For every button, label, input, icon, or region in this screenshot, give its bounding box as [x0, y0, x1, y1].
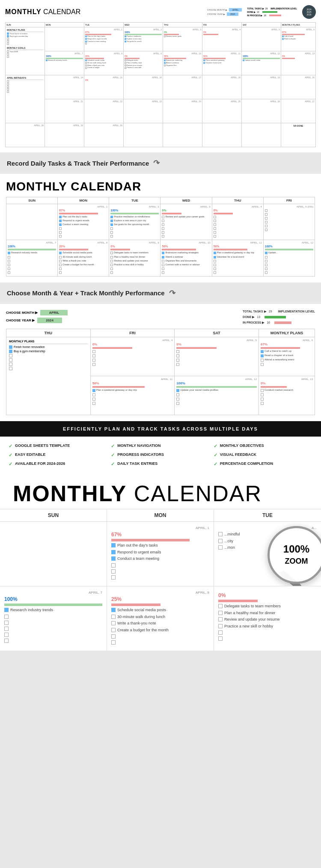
year-badge: 2024 2025 2026 [302, 5, 316, 19]
table-row [124, 123, 163, 147]
table-row: APRIL, 12 100% Update your social media … [175, 376, 259, 415]
table-row: APRIL, 2 100% Practice meditation or min… [109, 204, 160, 240]
month-value[interactable]: APRIL [40, 310, 68, 315]
table-row: APRIL, 2 100% Practice meditation Explor… [124, 27, 163, 51]
med-day-thu: THU [212, 197, 263, 204]
table-row: APRIL, 1 67% Plan out the day's tasks Re… [107, 522, 214, 586]
med-day-fri: FRI [264, 197, 315, 204]
table-row: APRIL, 17 [163, 75, 202, 99]
day-header-sun: SUN [6, 23, 45, 27]
table-row: APRIL, 29 [45, 123, 84, 147]
table-row: 0% Delegate tasks to team members Plan a… [214, 586, 321, 651]
feature-daily-tasks: ✓ DAILY TASK ENTRIES [111, 461, 210, 467]
feature-visual: ✓ VISUAL FEEDBACK [214, 452, 312, 458]
features-section: ✓ GOOGLE SHEETS TEMPLATE ✓ MONTHLY NAVIG… [0, 437, 321, 474]
large-day-mon: MON [107, 509, 214, 521]
month-control[interactable]: CHOOSE MONTH ▶ APRIL [6, 310, 68, 315]
table-row [45, 27, 84, 51]
partial-hdr-fri: FRI [91, 329, 175, 337]
table-row: APRIL, 25 [202, 99, 241, 123]
table-row: APRIL, 16 [124, 75, 163, 99]
table-row [6, 204, 57, 240]
table-row: APRIL, 13 0% [281, 51, 315, 75]
table-row: APRIL, 7 100% Research industry trends [0, 586, 107, 651]
table-row: APRIL, 9 0% Delegate tasks to team membe… [109, 240, 160, 276]
med-day-tue: TUE [109, 197, 160, 204]
med-day-mon: MON [58, 197, 109, 204]
table-row: APRIL, 1 67% Plan out the day's tasks Re… [84, 27, 123, 51]
table-row: APRIL, 11 50% Plan a weekend getaway Vol… [202, 51, 241, 75]
table-row: APRIL, 5 0% [175, 337, 259, 376]
table-row: APRIL, 28 [6, 123, 45, 147]
table-row [0, 522, 107, 586]
year-value[interactable]: 2024 [37, 318, 62, 323]
table-row: APRIL, 24 [163, 99, 202, 123]
table-row: APRIL, 1 67% Plan out the day's tasks Re… [58, 204, 109, 240]
table-row: APRIL, 6 67% Call a friend to catch up R… [259, 337, 315, 376]
section-medium-calendar: MONTHLY CALENDAR SUN MON TUE WED THU FRI… [0, 174, 321, 282]
partial-hdr-plans: MONTHLY PLANS [259, 329, 315, 337]
table-row: APRIL, 15 0% [84, 75, 123, 99]
table-row [163, 123, 202, 147]
table-row: APRIL, 18 [202, 75, 241, 99]
table-row: APRIL, 3 0% Review career goals [163, 27, 202, 51]
table-row [242, 123, 281, 147]
feature-progress: ✓ PROGRESS INDICATORS [111, 452, 210, 458]
feature-monthly-obj: ✓ MONTHLY OBJECTIVES [214, 443, 312, 449]
table-row: APRIL, 7 100% Research industry trends [6, 240, 57, 276]
table-row: APRIL, 13 0% Conduct market research [259, 376, 315, 415]
section-full-calendar: MONTHLY CALENDAR CHOOSE MONTH ▶ APRIL CH… [0, 0, 321, 152]
monthly-plans-panel: MONTHLY PLANS Finish home renovation Buy… [6, 27, 45, 75]
feature-google-sheets: ✓ GOOGLE SHEETS TEMPLATE [9, 443, 107, 449]
table-row [202, 123, 241, 147]
table-row: APRIL, 9 0% Delegate tasks Plan a health… [124, 51, 163, 75]
large-row-1: APRIL, 1 67% Plan out the day's tasks Re… [0, 522, 321, 586]
table-row: APRIL, 8 20% Schedule social media posts… [58, 240, 109, 276]
table-row: APRIL, 30 [84, 123, 123, 147]
table-row: APRIL, 8 25% Schedule social media posts… [107, 586, 214, 651]
stats-small: TOTAL TASKS ▶ 29 IMPLEMENTATION LEVEL DO… [247, 7, 297, 17]
section-controls-calendar: CHOOSE MONTH ▶ APRIL CHOOSE YEAR ▶ 2024 … [0, 304, 321, 421]
table-row: APRIL, 19 [242, 75, 281, 99]
feature-monthly-nav: ✓ MONTHLY NAVIGATION [111, 443, 210, 449]
table-row: APRIL, 20 [281, 75, 315, 99]
day-header-wed: WED [124, 23, 163, 27]
feature-percentage: ✓ PERCENTAGE COMPLETION [214, 461, 312, 467]
day-header-plans: MONTHLY PLANS [281, 23, 315, 27]
large-day-sun: SUN [0, 509, 107, 521]
partial-hdr-thu: THU [6, 329, 90, 337]
arrow-icon-1: ↷ [153, 158, 160, 168]
table-row: APRIL, 4 0% [202, 27, 241, 51]
table-row: APRIL, 4 0% [91, 337, 175, 376]
table-row: APRIL, 4 0% [212, 204, 263, 240]
ctrl-monthly-plans: MONTHLY PLANS Finish home renovation Buy… [6, 337, 90, 415]
day-header-fri: FRI [202, 23, 241, 27]
table-row: APRIL, 7 100% Research industry trends [45, 51, 84, 75]
arrow-icon-2: ↷ [169, 288, 175, 298]
table-row: APRIL, 21 [45, 99, 84, 123]
large-row-2: APRIL, 7 100% Research industry trends A… [0, 586, 321, 651]
day-header-mon: MON [45, 23, 84, 27]
table-row: APRIL, 12 100% Update... [264, 240, 315, 276]
birthdays-panel: APRIL BIRTHDAYS [6, 75, 45, 123]
main-title-small: MONTHLY CALENDAR [5, 8, 80, 16]
done-note-panel: 5/9 DONE [281, 123, 315, 147]
partial-hdr-sat: SAT [175, 329, 259, 337]
table-row: APRIL, 26 [242, 99, 281, 123]
day-header-sat: SAT [242, 23, 281, 27]
day-header-tue: TUE [84, 23, 123, 27]
efficiency-banner: EFFICIENTLY PLAN AND TRACK TASKS ACROSS … [0, 421, 321, 437]
table-row: APRIL, 3 0% Review and update your caree… [160, 204, 211, 240]
divider-text-1: Record Daily Tasks & Track Their Perform… [0, 152, 321, 174]
table-row: A... ...mindful ...city ...mon 100%ZOOM [214, 522, 321, 586]
table-row: APRIL, 10 50% Brainstorm marketing Atten… [163, 51, 202, 75]
feature-years: ✓ AVAILABLE FOR 2024-2026 [9, 461, 107, 467]
table-row: APRIL, 23 [124, 99, 163, 123]
table-row: APRIL, 27 [281, 99, 315, 123]
feature-easy-editable: ✓ EASY EDITABLE [9, 452, 107, 458]
year-control[interactable]: CHOOSE YEAR ▶ 2024 [6, 318, 68, 323]
table-row: APRIL, 8 20% Schedule social media 30-mi… [84, 51, 123, 75]
table-row: APRIL, 5 (FRI) [264, 204, 315, 240]
month-year-controls-small: CHOOSE MONTH ▶ APRIL CHOOSE YEAR ▶ 2024 [207, 8, 242, 16]
table-row: APRIL, 11 50% Plan a weekend getaway or … [212, 240, 263, 276]
